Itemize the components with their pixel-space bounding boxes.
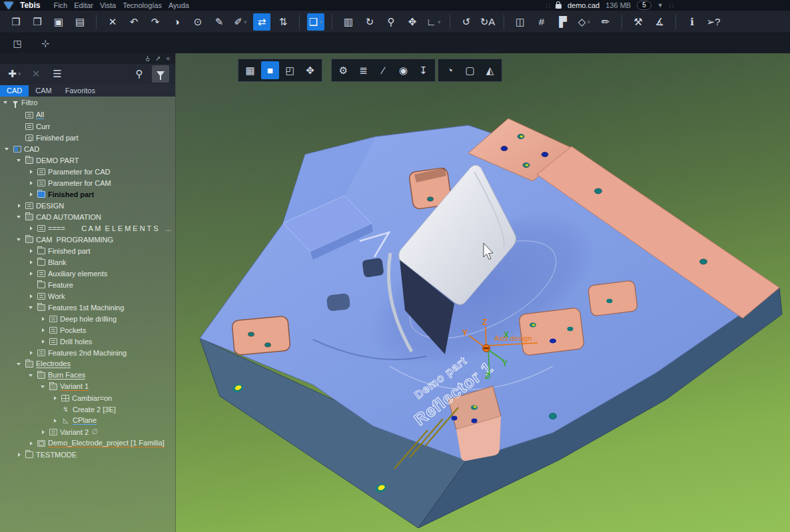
tree-item-variant-2[interactable]: Variant 2∅ xyxy=(0,426,175,437)
pin-icon[interactable]: ⚲ xyxy=(145,55,150,62)
chevron-down-icon[interactable] xyxy=(3,99,9,106)
tree-item-all[interactable]: All xyxy=(0,109,175,121)
measure-icon[interactable]: ∡ xyxy=(651,13,668,31)
chevron-open-icon[interactable] xyxy=(28,372,35,379)
select-label-icon[interactable]: ✐∨ xyxy=(232,13,249,31)
refresh-view-icon[interactable]: ↻ xyxy=(361,13,378,31)
chevron-closed-icon[interactable] xyxy=(28,168,35,175)
tree-item-cad-automation[interactable]: CAD AUTOMATION xyxy=(0,211,175,222)
shaded-view-icon[interactable]: ■ xyxy=(261,61,279,79)
chevron-closed-icon[interactable] xyxy=(28,293,35,300)
fit-view-icon[interactable]: ✥ xyxy=(301,61,319,79)
menu-fich[interactable]: Fich xyxy=(53,1,67,9)
menu-tecnolog-as[interactable]: Tecnologías xyxy=(123,1,162,9)
delete-icon[interactable]: ✕ xyxy=(104,13,121,31)
collapse-icon[interactable]: « xyxy=(166,55,170,62)
rotate-view-icon[interactable]: ↺ xyxy=(458,13,475,31)
tree-item-cambiar-on[interactable]: Cambiar=on xyxy=(0,392,175,403)
hidden-line-view-icon[interactable]: ◰ xyxy=(281,61,299,79)
chevron-closed-icon[interactable] xyxy=(52,395,59,401)
wrench-icon[interactable]: ⚒ xyxy=(629,13,647,31)
chevron-open-icon[interactable] xyxy=(28,304,35,311)
surface-check-icon[interactable]: ◉ xyxy=(394,61,412,79)
tree-item-demo-electrode-project-1-familia[interactable]: Demo_Electrode_project [1 Familia] xyxy=(0,437,175,449)
tree-item-variant-1[interactable]: Variant 1 xyxy=(0,381,175,392)
tree-item-c-a-m-e-l-e-m-e-n-t-s[interactable]: ==== C A M E L E M E N T S... xyxy=(0,222,175,234)
tab-favoritos[interactable]: Favoritos xyxy=(59,85,102,97)
mill-check-icon[interactable]: ◭ xyxy=(481,61,499,79)
filter-row[interactable]: Filtro xyxy=(0,97,175,109)
tab-cam[interactable]: CAM xyxy=(29,85,58,97)
panel-layout-icon[interactable]: ◫ xyxy=(512,13,529,31)
add-icon[interactable]: ✚∨ xyxy=(6,65,23,83)
render-mode-icon[interactable]: ❑∨ xyxy=(307,13,324,31)
tree-item-demo-part[interactable]: DEMO PART xyxy=(0,154,175,166)
chevron-closed-icon[interactable] xyxy=(40,429,47,435)
tree-item-create-2-3e[interactable]: ↯Create 2 [3E] xyxy=(0,403,175,415)
drag-handle-icon[interactable]: ∷ xyxy=(546,2,550,9)
align-normal-icon[interactable]: ◇∨ xyxy=(576,13,593,31)
tree-item-cad[interactable]: CAD xyxy=(0,143,175,154)
tree-item-features-1st-machining[interactable]: Features 1st Machining xyxy=(0,302,175,313)
chevron-open-icon[interactable] xyxy=(40,384,47,390)
tree-item-design[interactable]: DESIGN xyxy=(0,200,175,211)
mold-model[interactable] xyxy=(200,119,782,528)
edit-box-icon[interactable]: ✏ xyxy=(597,13,614,31)
chevron-closed-icon[interactable] xyxy=(28,191,35,198)
search-icon[interactable]: ⚲ xyxy=(131,65,148,83)
tree-item-curr[interactable]: Curr xyxy=(0,121,175,132)
radius-check-icon[interactable]: ◔ xyxy=(441,61,459,79)
save-icon[interactable]: ▣ xyxy=(50,13,67,31)
menu-ayuda[interactable]: Ayuda xyxy=(169,1,189,9)
tree-item-features-2nd-machining[interactable]: Features 2nd Machining xyxy=(0,347,175,358)
tree-item-finished-part[interactable]: Finished part xyxy=(0,245,175,256)
solid-box-icon[interactable]: ▢ xyxy=(461,61,479,79)
tree-item-testmode[interactable]: TESTMODE xyxy=(0,449,175,460)
tree-item-blank[interactable]: Blank xyxy=(0,256,175,268)
chevron-closed-icon[interactable] xyxy=(16,451,23,458)
list-options-icon[interactable]: ☰ xyxy=(49,65,66,83)
chevron-closed-icon[interactable] xyxy=(40,327,47,334)
tree-item-finished-part[interactable]: Finished part xyxy=(0,188,175,200)
coord-axis-icon[interactable]: ∟∨ xyxy=(425,13,442,31)
rotate-angle-icon[interactable]: ↻A xyxy=(479,13,496,31)
tree-item-feature[interactable]: Feature xyxy=(0,279,175,290)
print-icon[interactable]: ▤ xyxy=(71,13,89,31)
chevron-open-icon[interactable] xyxy=(16,214,23,220)
grid-icon[interactable]: # xyxy=(533,13,550,31)
tree-item-auxiliary-elements[interactable]: Auxiliary elements xyxy=(0,268,175,279)
frame-icon[interactable]: ▛ xyxy=(554,13,572,31)
tree-item-cplane[interactable]: ◺CPlane xyxy=(0,415,175,426)
pen-off-icon[interactable]: ✎ xyxy=(210,13,228,31)
redo-icon[interactable]: ↷ xyxy=(147,13,164,31)
detach-icon[interactable]: ➚ xyxy=(155,55,161,62)
filter-icon[interactable] xyxy=(152,65,169,83)
chevron-closed-icon[interactable] xyxy=(28,259,35,266)
view-cube-icon[interactable]: ◳ xyxy=(9,35,26,52)
undo-icon[interactable]: ↶ xyxy=(125,13,143,31)
drag-handle-icon[interactable]: ∷ xyxy=(669,2,673,9)
open-file-icon[interactable]: ❒ xyxy=(7,13,25,31)
help-cursor-icon[interactable]: ➢? xyxy=(705,13,722,31)
chevron-closed-icon[interactable] xyxy=(40,338,47,345)
tree-item-pockets[interactable]: Pockets xyxy=(0,324,175,336)
chevron-closed-icon[interactable] xyxy=(28,225,35,232)
nc-list-icon[interactable]: ≣ xyxy=(354,61,372,79)
tree-item-finished-part[interactable]: Finished part xyxy=(0,132,175,143)
chevron-closed-icon[interactable] xyxy=(16,202,23,209)
menu-vista[interactable]: Vista xyxy=(100,1,116,9)
chevron-closed-icon[interactable] xyxy=(28,180,35,186)
nc-head-icon[interactable]: ⚙ xyxy=(334,61,352,79)
sync-visibility-icon[interactable]: ⇄ xyxy=(253,13,270,31)
tree-item-drill-holes[interactable]: Drill holes xyxy=(0,336,175,347)
tree-item-deep-hole-drilling[interactable]: Deep hole drilling xyxy=(0,313,175,324)
chevron-open-icon[interactable] xyxy=(16,236,23,243)
new-file-icon[interactable]: ❐ xyxy=(29,13,46,31)
tab-cad[interactable]: CAD xyxy=(0,85,29,97)
tree-item-electrodes[interactable]: Electrodes xyxy=(0,358,175,370)
menu-editar[interactable]: Editar xyxy=(74,1,93,9)
axis-tripod-icon[interactable]: ⊹ xyxy=(37,35,54,52)
power-icon[interactable]: ⊙ xyxy=(189,13,206,31)
tree-item-parameter-for-cam[interactable]: Parameter for CAM xyxy=(0,177,175,188)
overlay-copy-icon[interactable]: ▥ xyxy=(340,13,357,31)
